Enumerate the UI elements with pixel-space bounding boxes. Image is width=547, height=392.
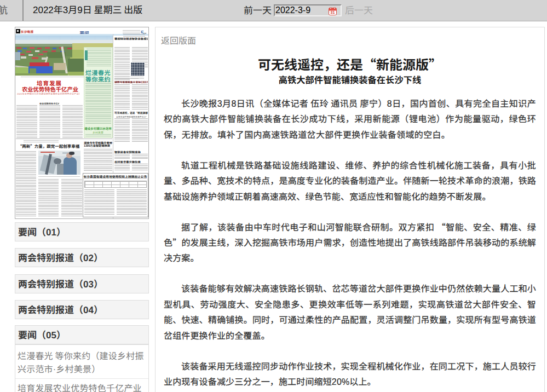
- svg-text:31: 31: [331, 10, 335, 14]
